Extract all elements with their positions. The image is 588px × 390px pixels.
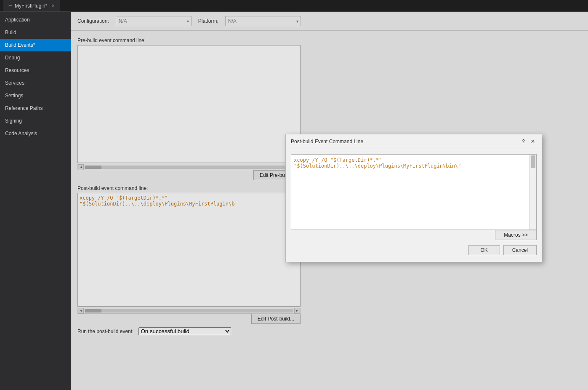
sidebar-item-build[interactable]: Build [0,26,71,39]
main-layout: Application Build Build Events* Debug Re… [0,12,588,390]
sidebar-item-application[interactable]: Application [0,13,71,26]
sidebar-item-debug[interactable]: Debug [0,51,71,64]
sidebar-item-label: Services [5,80,24,86]
sidebar-item-label: Build [5,29,16,35]
dialog-overlay: Post-build Event Command Line ? ✕ xcopy … [71,12,588,390]
sidebar-item-label: Application [5,17,30,23]
sidebar-item-label: Resources [5,67,29,73]
ok-button[interactable]: OK [468,245,500,255]
sidebar-item-label: Signing [5,118,22,124]
sidebar-item-label: Build Events* [5,42,35,48]
sidebar-item-settings[interactable]: Settings [0,89,71,102]
dialog-help-button[interactable]: ? [520,138,527,145]
sidebar-item-label: Debug [5,55,20,61]
sidebar: Application Build Build Events* Debug Re… [0,12,71,390]
sidebar-item-build-events[interactable]: Build Events* [0,39,71,51]
title-tab[interactable]: ⊢ MyFirstPlugin* ✕ [3,0,60,11]
sidebar-item-label: Settings [5,93,23,99]
content-area: Configuration: N/A Platform: N/A Pre-bui… [71,12,588,390]
dialog-titlebar: Post-build Event Command Line ? ✕ [286,134,542,149]
dialog-btn-row: OK Cancel [291,242,537,257]
sidebar-item-label: Reference Paths [5,105,43,111]
pin-icon: ⊢ [8,3,12,8]
tab-label: MyFirstPlugin* [15,3,47,9]
postbuild-dialog: Post-build Event Command Line ? ✕ xcopy … [285,134,542,262]
dialog-textarea[interactable]: xcopy /Y /Q "$(TargetDir)*.*" "$(Solutio… [291,155,529,230]
dialog-textarea-wrapper: xcopy /Y /Q "$(TargetDir)*.*" "$(Solutio… [291,154,537,230]
dialog-macros-row: Macros >> [291,230,537,240]
dialog-vscrollbar[interactable] [529,155,536,230]
dialog-title: Post-build Event Command Line [291,139,363,144]
sidebar-item-resources[interactable]: Resources [0,64,71,77]
sidebar-item-code-analysis[interactable]: Code Analysis [0,127,71,140]
dialog-body: xcopy /Y /Q "$(TargetDir)*.*" "$(Solutio… [286,149,542,262]
macros-button[interactable]: Macros >> [495,230,537,240]
close-icon[interactable]: ✕ [51,3,55,8]
title-bar: ⊢ MyFirstPlugin* ✕ [0,0,588,12]
dialog-controls: ? ✕ [520,138,537,145]
dialog-close-button[interactable]: ✕ [529,138,537,145]
dialog-vscroll-thumb [531,155,535,168]
cancel-button[interactable]: Cancel [503,245,537,255]
sidebar-item-reference-paths[interactable]: Reference Paths [0,102,71,115]
sidebar-item-label: Code Analysis [5,131,37,136]
sidebar-item-services[interactable]: Services [0,77,71,89]
sidebar-item-signing[interactable]: Signing [0,115,71,127]
